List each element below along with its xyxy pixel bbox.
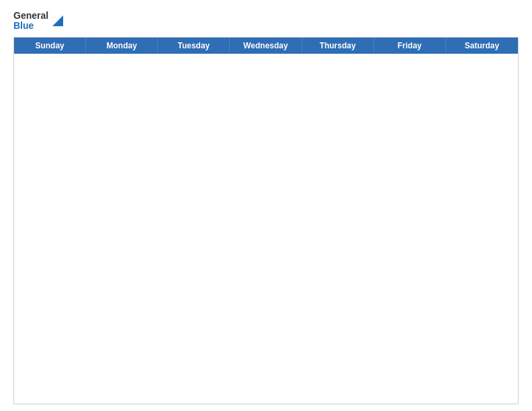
- calendar-body: [14, 54, 518, 404]
- calendar-header-row: SundayMondayTuesdayWednesdayThursdayFrid…: [14, 38, 518, 54]
- calendar-day-header: Sunday: [14, 38, 86, 54]
- logo-general: General: [13, 11, 48, 21]
- svg-marker-0: [52, 15, 63, 26]
- calendar-day-header: Friday: [374, 38, 446, 54]
- calendar-day-header: Saturday: [446, 38, 518, 54]
- page-header: General Blue: [13, 11, 519, 32]
- logo-blue: Blue: [13, 21, 48, 31]
- logo-triangle-icon: [51, 14, 64, 28]
- calendar-day-header: Tuesday: [158, 38, 230, 54]
- calendar-day-header: Monday: [86, 38, 158, 54]
- logo: General Blue: [13, 11, 64, 32]
- calendar-page: General Blue SundayMondayTuesdayWednesda…: [0, 0, 532, 411]
- calendar-day-header: Thursday: [302, 38, 374, 54]
- calendar-day-header: Wednesday: [230, 38, 302, 54]
- calendar: SundayMondayTuesdayWednesdayThursdayFrid…: [13, 37, 519, 404]
